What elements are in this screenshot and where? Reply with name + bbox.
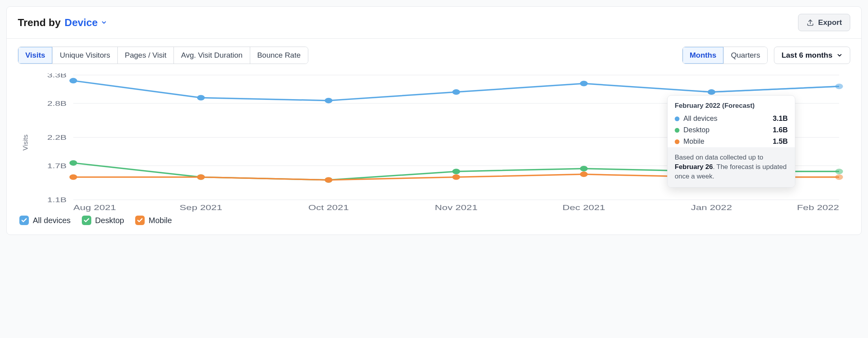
svg-point-31 — [835, 169, 843, 174]
controls-row: VisitsUnique VisitorsPages / VisitAvg. V… — [18, 47, 850, 64]
legend-label: Desktop — [95, 216, 124, 225]
legend-checkbox — [19, 216, 29, 225]
svg-point-23 — [708, 89, 715, 95]
metric-tab-visits[interactable]: Visits — [18, 47, 53, 64]
svg-text:Oct 2021: Oct 2021 — [308, 204, 349, 212]
granularity-tabs: MonthsQuarters — [682, 47, 768, 64]
svg-text:Dec 2021: Dec 2021 — [562, 204, 605, 212]
card-body: VisitsUnique VisitorsPages / VisitAvg. V… — [7, 39, 861, 235]
svg-point-25 — [70, 160, 77, 166]
svg-point-28 — [452, 169, 460, 174]
legend-checkbox — [135, 216, 145, 225]
legend: All devicesDesktopMobile — [18, 216, 850, 225]
title-dimension-label: Device — [64, 17, 98, 29]
title-dimension-dropdown[interactable]: Device — [64, 17, 107, 29]
date-range-label: Last 6 months — [781, 51, 832, 60]
svg-point-21 — [452, 89, 460, 95]
svg-point-38 — [835, 175, 843, 180]
svg-point-34 — [325, 177, 332, 183]
svg-point-19 — [197, 95, 205, 100]
tooltip-row: Mobile1.5B — [668, 136, 795, 147]
svg-text:Nov 2021: Nov 2021 — [435, 204, 477, 212]
chart-area: Visits 1.1B1.7B2.2B2.8B3.3BAug 2021Sep 2… — [18, 73, 850, 212]
card-title: Trend by Device — [18, 17, 107, 29]
export-label: Export — [818, 18, 842, 27]
legend-label: Mobile — [149, 216, 172, 225]
chevron-down-icon — [836, 52, 843, 58]
tooltip-row: Desktop1.6B — [668, 124, 795, 136]
svg-text:Sep 2021: Sep 2021 — [179, 204, 222, 212]
svg-text:1.7B: 1.7B — [47, 162, 66, 169]
svg-point-32 — [70, 175, 77, 180]
svg-point-36 — [580, 171, 588, 177]
legend-label: All devices — [33, 216, 71, 225]
legend-item[interactable]: All devices — [19, 216, 71, 225]
legend-item[interactable]: Desktop — [82, 216, 124, 225]
forecast-tooltip: February 2022 (Forecast) All devices3.1B… — [667, 95, 795, 188]
date-range-dropdown[interactable]: Last 6 months — [774, 47, 850, 64]
granularity-tab-quarters[interactable]: Quarters — [724, 47, 767, 64]
metric-tab-ppv[interactable]: Pages / Visit — [118, 47, 174, 64]
legend-checkbox — [82, 216, 91, 225]
svg-text:1.1B: 1.1B — [47, 196, 66, 203]
tooltip-footer: Based on data collected up to February 2… — [668, 147, 795, 187]
granularity-tab-months[interactable]: Months — [683, 47, 724, 64]
svg-text:2.8B: 2.8B — [47, 100, 66, 107]
export-button[interactable]: Export — [798, 14, 850, 31]
svg-point-22 — [580, 81, 588, 86]
metric-tab-unique[interactable]: Unique Visitors — [53, 47, 117, 64]
chevron-down-icon — [101, 19, 107, 26]
svg-point-33 — [197, 175, 205, 180]
trend-card: Trend by Device Export VisitsUnique Visi… — [6, 6, 862, 235]
metric-tabs: VisitsUnique VisitorsPages / VisitAvg. V… — [18, 47, 308, 64]
svg-point-35 — [452, 175, 460, 180]
tooltip-rows: All devices3.1BDesktop1.6BMobile1.5B — [668, 113, 795, 147]
svg-text:3.3B: 3.3B — [47, 73, 66, 79]
svg-point-29 — [580, 166, 588, 171]
right-controls: MonthsQuarters Last 6 months — [682, 47, 850, 64]
card-header: Trend by Device Export — [7, 7, 861, 39]
export-icon — [806, 19, 814, 26]
svg-point-18 — [70, 78, 77, 83]
tooltip-footer-date: February 26 — [675, 163, 713, 171]
legend-item[interactable]: Mobile — [135, 216, 172, 225]
y-axis-label: Visits — [22, 135, 30, 150]
svg-text:2.2B: 2.2B — [47, 133, 66, 141]
svg-text:Jan 2022: Jan 2022 — [691, 204, 732, 212]
svg-text:Feb 2022: Feb 2022 — [797, 204, 839, 212]
tooltip-footer-pre: Based on data collected up to — [675, 154, 763, 161]
svg-point-24 — [835, 84, 843, 89]
svg-point-20 — [325, 98, 332, 103]
svg-text:Aug 2021: Aug 2021 — [73, 204, 116, 212]
metric-tab-bounce[interactable]: Bounce Rate — [250, 47, 308, 64]
tooltip-title: February 2022 (Forecast) — [668, 96, 795, 113]
title-prefix: Trend by — [18, 17, 60, 29]
tooltip-row: All devices3.1B — [668, 113, 795, 124]
metric-tab-avgdur[interactable]: Avg. Visit Duration — [174, 47, 250, 64]
